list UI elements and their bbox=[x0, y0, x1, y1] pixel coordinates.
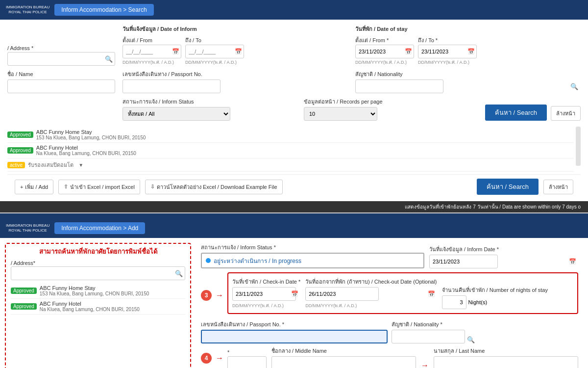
status-dot bbox=[206, 258, 211, 263]
download-icon: ⇩ bbox=[150, 184, 155, 190]
nationality-label: สัญชาติ / Nationality bbox=[355, 70, 581, 79]
stay-to-cal-icon[interactable]: 📅 bbox=[467, 48, 475, 55]
passport-input-bottom[interactable] bbox=[201, 330, 388, 343]
badge-approved-2: Approved bbox=[7, 147, 33, 154]
arrow-4b: → bbox=[421, 361, 429, 368]
nationality-search-icon[interactable]: 🔍 bbox=[570, 83, 578, 90]
right-panel: สถานะการแจ้ง / Inform Status * อยู่ระหว่… bbox=[196, 243, 583, 368]
list-address-2: Na Kluea, Bang Lamung, CHON BURI, 20150 bbox=[36, 151, 136, 156]
inform-date-cal-icon[interactable]: 📅 bbox=[569, 258, 576, 265]
badge-approved-1: Approved bbox=[7, 131, 33, 138]
records-per-page-select[interactable]: 10 bbox=[304, 107, 377, 121]
info-bar: แสดงข้อมูลวันที่เข้าพักย้อนหลัง 7 วันเท่… bbox=[0, 201, 588, 212]
date-block: วันที่เข้าพัก / Check-in Date * 📅 DD/MM/… bbox=[227, 272, 578, 314]
bottom-nav: IMMIGRATION BUREAU ROYAL THAI POLICE Inf… bbox=[0, 218, 588, 238]
list-item[interactable]: active รับรองแสมปิดอมโต ▼ bbox=[7, 158, 574, 172]
list-dropdown-icon: ▼ bbox=[78, 162, 83, 168]
passport-label-bottom: เลขหนังสือเดินทาง / Passport No. * bbox=[201, 320, 388, 329]
stay-from-cal-icon[interactable]: 📅 bbox=[405, 48, 412, 55]
bottom-badge-approved-1: Approved bbox=[11, 288, 37, 294]
bottom-breadcrumb-btn[interactable]: Inform Accommodation > Add bbox=[54, 222, 145, 234]
top-logo: IMMIGRATION BUREAU ROYAL THAI POLICE bbox=[6, 5, 49, 14]
inform-from-cal-icon[interactable]: 📅 bbox=[172, 48, 179, 55]
inform-status-box[interactable]: อยู่ระหว่างดำเนินการ / In progress bbox=[201, 253, 424, 268]
nationality-search-icon-bottom[interactable]: 🔍 bbox=[467, 336, 475, 343]
checkin-cal-icon[interactable]: 📅 bbox=[291, 290, 298, 297]
add-button[interactable]: + เพิ่ม / Add bbox=[15, 180, 53, 194]
left-address-input[interactable] bbox=[11, 266, 185, 280]
bottom-list-item-2[interactable]: Approved ABC Funny Hotel Na Kluea, Bang … bbox=[11, 299, 185, 315]
nationality-label-bottom: สัญชาติ / Nationality * bbox=[392, 320, 578, 329]
arrow-4: → bbox=[216, 354, 223, 363]
date-of-stay-title: วันที่พัก / Date of stay bbox=[355, 25, 581, 33]
inform-to-cal-icon[interactable]: 📅 bbox=[235, 48, 242, 55]
inform-status-value: อยู่ระหว่างดำเนินการ / In progress bbox=[214, 256, 301, 265]
inform-status-select[interactable]: ทั้งหมด / All bbox=[122, 107, 230, 121]
date-of-inform-title: วันที่แจ้งข้อมูล / Date of Inform bbox=[122, 25, 348, 33]
name-input[interactable] bbox=[7, 79, 115, 93]
top-bureau-line2: ROYAL THAI POLICE bbox=[9, 10, 47, 15]
add-label: เพิ่ม / Add bbox=[25, 183, 48, 191]
checkout-date-label: วันที่ออกจากที่พัก (ถ้าทราบ) / Check-out… bbox=[305, 277, 437, 286]
checkin-date-label: วันที่เข้าพัก / Check-in Date * bbox=[232, 277, 300, 286]
top-bureau-line1: IMMIGRATION BUREAU bbox=[6, 5, 49, 10]
list-name-1: ABC Funny Home Stay bbox=[36, 129, 146, 135]
first-name-label: * bbox=[227, 349, 267, 355]
bottom-list-item-1[interactable]: Approved ABC Funny Home Stay 153 Na Klue… bbox=[11, 283, 185, 299]
left-search-box: 🔍 bbox=[11, 266, 185, 280]
checkout-date-input[interactable] bbox=[305, 287, 379, 301]
bottom-bureau-line1: IMMIGRATION BUREAU bbox=[6, 223, 49, 228]
stay-from-label: ตั้งแต่ / From * bbox=[355, 37, 389, 43]
import-button[interactable]: ⇧ นำเข้า Excel / import Excel bbox=[58, 180, 140, 194]
search-button-2[interactable]: ค้นหา / Search bbox=[477, 179, 539, 195]
checkout-hint: DD/MM/YYYY(พ.ศ. / A.D.) bbox=[305, 302, 437, 309]
stay-from-hint: DD/MM/YYYY(พ.ศ. / A.D.) bbox=[355, 59, 414, 66]
top-toolbar: + เพิ่ม / Add ⇧ นำเข้า Excel / import Ex… bbox=[7, 174, 581, 199]
list-item[interactable]: Approved ABC Funny Hotel Na Kluea, Bang … bbox=[7, 143, 574, 158]
last-name-input[interactable] bbox=[434, 356, 578, 368]
list-item[interactable]: Approved ABC Funny Home Stay 153 Na Klue… bbox=[7, 127, 574, 143]
checkin-date-input[interactable] bbox=[232, 287, 296, 301]
inform-status-label: สถานะการแจ้ง / Inform Status bbox=[122, 97, 296, 106]
checkout-cal-icon[interactable]: 📅 bbox=[428, 290, 435, 297]
inform-from-hint: DD/MM/YYYY(พ.ศ. / A.D.) bbox=[122, 59, 181, 66]
inform-date-label: วันที่แจ้งข้อมูล / Inform Date * bbox=[429, 245, 578, 254]
name-label: ชื่อ / Name bbox=[7, 70, 115, 79]
download-button[interactable]: ⇩ ดาวน์โหลดตัวอย่าง Excel / Download Exa… bbox=[145, 180, 283, 194]
nights-unit: Night(s) bbox=[468, 299, 488, 305]
address-search-icon[interactable]: 🔍 bbox=[105, 55, 113, 63]
top-breadcrumb-btn[interactable]: Inform Accommodation > Search bbox=[54, 4, 153, 16]
search-button[interactable]: ค้นหา / Search bbox=[485, 105, 547, 121]
nights-input[interactable] bbox=[442, 295, 466, 309]
address-label: / Address * bbox=[7, 45, 115, 51]
bottom-list-name-2: ABC Funny Hotel bbox=[40, 301, 140, 307]
from-label: ตั้งแต่ / From bbox=[122, 37, 152, 43]
bottom-list-address-2: Na Kluea, Bang Lamung, CHON BURI, 20150 bbox=[40, 307, 140, 312]
import-label: นำเข้า Excel / import Excel bbox=[70, 183, 135, 191]
stay-to-label: ถึง / To * bbox=[418, 37, 438, 43]
bottom-logo: IMMIGRATION BUREAU ROYAL THAI POLICE bbox=[6, 223, 49, 233]
left-search-icon[interactable]: 🔍 bbox=[175, 270, 183, 277]
plus-icon: + bbox=[20, 184, 23, 190]
bottom-badge-approved-2: Approved bbox=[11, 303, 37, 310]
stay-to-hint: DD/MM/YYYY(พ.ศ. / A.D.) bbox=[418, 59, 477, 66]
last-name-label: นามสกุล / Last Name bbox=[434, 346, 578, 355]
nationality-input-bottom[interactable] bbox=[392, 330, 465, 343]
clear-button[interactable]: ล้างหน้า bbox=[551, 106, 581, 121]
clear-button-2[interactable]: ล้างหน้า bbox=[543, 180, 573, 194]
address-input[interactable] bbox=[7, 52, 115, 66]
list-name-3: รับรองแสมปิดอมโต bbox=[28, 160, 74, 169]
inform-date-input[interactable] bbox=[429, 255, 498, 268]
list-scrollbar[interactable] bbox=[576, 127, 581, 166]
address-search-box: 🔍 bbox=[7, 52, 115, 66]
badge-active-1: active bbox=[7, 162, 25, 168]
first-name-input[interactable] bbox=[227, 356, 267, 368]
checkin-hint: DD/MM/YYYY(พ.ศ. / A.D.) bbox=[232, 302, 300, 309]
records-per-page-label: ข้อมูลต่อหน้า / Records per page bbox=[304, 97, 478, 106]
passport-input[interactable] bbox=[122, 79, 220, 93]
inform-status-label-bottom: สถานะการแจ้ง / Inform Status * bbox=[201, 243, 424, 252]
left-panel: สามารถค้นหาที่พักอาศัยโดยการพิมพ์ชื่อได้… bbox=[5, 243, 191, 368]
nationality-input[interactable] bbox=[355, 79, 443, 93]
nationality-box: 🔍 bbox=[392, 330, 578, 343]
middle-name-input[interactable] bbox=[271, 356, 416, 368]
